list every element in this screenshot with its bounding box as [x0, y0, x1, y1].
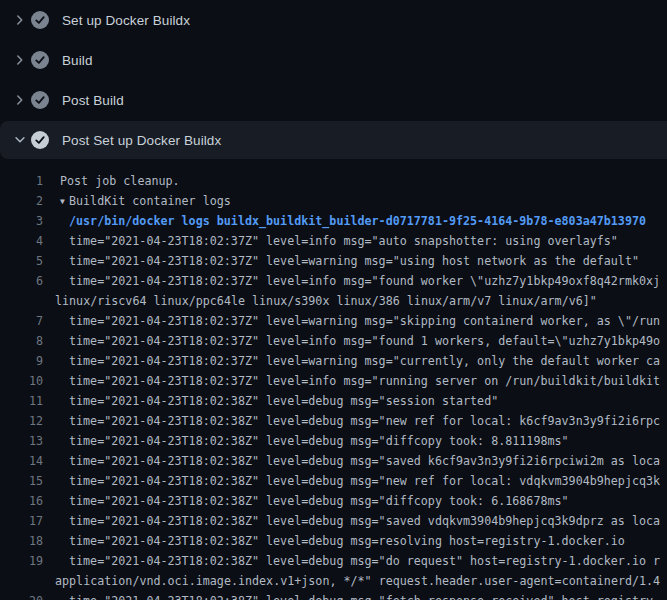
- log-text: time="2021-04-23T18:02:38Z" level=debug …: [43, 511, 660, 531]
- check-circle-icon: [31, 11, 49, 29]
- log-text: time="2021-04-23T18:02:38Z" level=debug …: [43, 591, 660, 600]
- log-text: time="2021-04-23T18:02:38Z" level=debug …: [43, 551, 660, 571]
- log-line: 5time="2021-04-23T18:02:37Z" level=warni…: [0, 251, 667, 271]
- log-line-continuation: application/vnd.oci.image.index.v1+json,…: [0, 571, 667, 591]
- log-line: 6time="2021-04-23T18:02:37Z" level=info …: [0, 271, 667, 291]
- log-line: 13time="2021-04-23T18:02:38Z" level=debu…: [0, 431, 667, 451]
- line-number[interactable]: 1: [0, 171, 43, 191]
- log-text: time="2021-04-23T18:02:37Z" level=warnin…: [43, 351, 660, 371]
- step-row-build[interactable]: Build: [0, 40, 667, 80]
- log-text: time="2021-04-23T18:02:37Z" level=info m…: [43, 271, 660, 291]
- log-text: time="2021-04-23T18:02:38Z" level=debug …: [43, 411, 660, 431]
- log-text: time="2021-04-23T18:02:37Z" level=warnin…: [43, 311, 660, 331]
- line-number[interactable]: 6: [0, 271, 43, 291]
- log-command-text: /usr/bin/docker logs buildx_buildkit_bui…: [43, 211, 646, 231]
- line-number[interactable]: 9: [0, 351, 43, 371]
- log-line: 4time="2021-04-23T18:02:37Z" level=info …: [0, 231, 667, 251]
- line-number[interactable]: 2: [0, 191, 43, 211]
- line-number[interactable]: 20: [0, 591, 43, 600]
- log-line: 11time="2021-04-23T18:02:38Z" level=debu…: [0, 391, 667, 411]
- line-number[interactable]: 7: [0, 311, 43, 331]
- log-lines: 1Post job cleanup.2▼BuildKit container l…: [0, 160, 667, 600]
- check-circle-icon: [31, 91, 49, 109]
- log-text: application/vnd.oci.image.index.v1+json,…: [43, 571, 660, 591]
- log-text: time="2021-04-23T18:02:38Z" level=debug …: [43, 531, 625, 551]
- log-line: 20time="2021-04-23T18:02:38Z" level=debu…: [0, 591, 667, 600]
- line-number[interactable]: 8: [0, 331, 43, 351]
- log-text: time="2021-04-23T18:02:38Z" level=debug …: [43, 391, 498, 411]
- line-number[interactable]: 3: [0, 211, 43, 231]
- log-text: Post job cleanup.: [43, 171, 180, 191]
- line-number[interactable]: 13: [0, 431, 43, 451]
- log-line: 1Post job cleanup.: [0, 171, 667, 191]
- log-line: 3/usr/bin/docker logs buildx_buildkit_bu…: [0, 211, 667, 231]
- log-group-toggle-icon[interactable]: ▼: [60, 192, 69, 211]
- step-row-post-build[interactable]: Post Build: [0, 80, 667, 120]
- log-text: time="2021-04-23T18:02:37Z" level=info m…: [43, 331, 660, 351]
- log-text: time="2021-04-23T18:02:37Z" level=info m…: [43, 371, 660, 391]
- line-number[interactable]: 18: [0, 531, 43, 551]
- step-title: Set up Docker Buildx: [62, 13, 190, 28]
- step-row-set-up-docker-buildx[interactable]: Set up Docker Buildx: [0, 0, 667, 40]
- log-line: 8time="2021-04-23T18:02:37Z" level=info …: [0, 331, 667, 351]
- line-number[interactable]: 5: [0, 251, 43, 271]
- actions-log-viewer: Set up Docker BuildxBuildPost BuildPost …: [0, 0, 667, 600]
- line-number[interactable]: 15: [0, 471, 43, 491]
- line-number[interactable]: 19: [0, 551, 43, 571]
- chevron-right-icon: [13, 53, 27, 67]
- line-number[interactable]: 17: [0, 511, 43, 531]
- steps-list: Set up Docker BuildxBuildPost BuildPost …: [0, 0, 667, 159]
- log-line-continuation: linux/riscv64 linux/ppc64le linux/s390x …: [0, 291, 667, 311]
- chevron-right-icon: [13, 13, 27, 27]
- line-number[interactable]: 4: [0, 231, 43, 251]
- log-text: ▼BuildKit container logs: [43, 191, 231, 211]
- check-circle-icon: [31, 131, 49, 149]
- log-line: 9time="2021-04-23T18:02:37Z" level=warni…: [0, 351, 667, 371]
- line-number[interactable]: 16: [0, 491, 43, 511]
- log-line: 18time="2021-04-23T18:02:38Z" level=debu…: [0, 531, 667, 551]
- log-group-label: BuildKit container logs: [69, 194, 231, 208]
- log-text: time="2021-04-23T18:02:38Z" level=debug …: [43, 451, 660, 471]
- log-line: 12time="2021-04-23T18:02:38Z" level=debu…: [0, 411, 667, 431]
- log-line: 7time="2021-04-23T18:02:37Z" level=warni…: [0, 311, 667, 331]
- step-title: Build: [62, 53, 93, 68]
- log-text: time="2021-04-23T18:02:37Z" level=warnin…: [43, 251, 639, 271]
- log-line: 19time="2021-04-23T18:02:38Z" level=debu…: [0, 551, 667, 571]
- log-line: 2▼BuildKit container logs: [0, 191, 667, 211]
- log-text: linux/riscv64 linux/ppc64le linux/s390x …: [43, 291, 597, 311]
- log-text: time="2021-04-23T18:02:37Z" level=info m…: [43, 231, 618, 251]
- log-line: 10time="2021-04-23T18:02:37Z" level=info…: [0, 371, 667, 391]
- chevron-right-icon: [13, 93, 27, 107]
- log-line: 14time="2021-04-23T18:02:38Z" level=debu…: [0, 451, 667, 471]
- log-text: time="2021-04-23T18:02:38Z" level=debug …: [43, 431, 569, 451]
- log-line: 17time="2021-04-23T18:02:38Z" level=debu…: [0, 511, 667, 531]
- step-row-post-set-up-docker-buildx[interactable]: Post Set up Docker Buildx: [0, 121, 667, 159]
- line-number[interactable]: 11: [0, 391, 43, 411]
- log-line: 16time="2021-04-23T18:02:38Z" level=debu…: [0, 491, 667, 511]
- line-number: [0, 571, 43, 591]
- log-text: time="2021-04-23T18:02:38Z" level=debug …: [43, 491, 569, 511]
- line-number[interactable]: 10: [0, 371, 43, 391]
- step-title: Post Build: [62, 93, 124, 108]
- line-number[interactable]: 14: [0, 451, 43, 471]
- chevron-down-icon: [13, 133, 27, 147]
- line-number: [0, 291, 43, 311]
- step-title: Post Set up Docker Buildx: [62, 133, 221, 148]
- log-text: time="2021-04-23T18:02:38Z" level=debug …: [43, 471, 660, 491]
- line-number[interactable]: 12: [0, 411, 43, 431]
- log-line: 15time="2021-04-23T18:02:38Z" level=debu…: [0, 471, 667, 491]
- check-circle-icon: [31, 51, 49, 69]
